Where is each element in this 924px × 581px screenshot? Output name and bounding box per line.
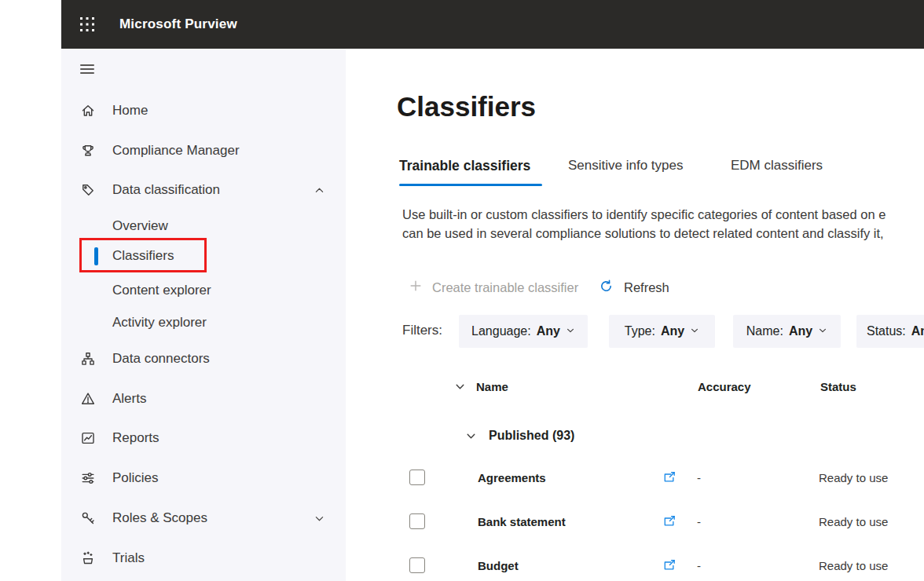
refresh-button[interactable]: Refresh [599,279,669,297]
sidebar-item-trials[interactable]: Trials [61,549,346,568]
top-bar: Microsoft Purview [61,0,924,49]
column-sort-chevron-icon[interactable] [454,381,466,393]
chevron-up-icon [314,185,325,196]
accuracy-cell: - [697,515,701,528]
left-nav: Home Compliance Manager Data classificat… [61,49,346,581]
sidebar-item-policies[interactable]: Policies [61,469,346,488]
row-checkbox[interactable] [409,513,425,529]
status-cell: Ready to use [819,471,888,484]
row-checkbox[interactable] [409,470,425,485]
column-header-status[interactable]: Status [820,380,856,393]
active-tab-underline [399,184,542,186]
accuracy-cell: - [697,559,701,572]
sidebar-item-overview[interactable]: Overview [61,217,346,236]
plus-icon [409,279,423,296]
key-icon [80,510,96,526]
sidebar-item-alerts[interactable]: Alerts [61,389,346,408]
selected-indicator [94,247,98,265]
chart-icon [80,430,96,446]
row-name[interactable]: Budget [478,559,519,572]
chevron-down-icon [314,513,325,524]
sidebar-item-content-explorer[interactable]: Content explorer [61,281,346,300]
open-in-new-window-icon[interactable] [662,559,676,571]
group-collapse-chevron-icon[interactable] [465,430,477,442]
create-trainable-classifier-button[interactable]: Create trainable classifier [409,279,578,296]
tab-trainable-classifiers[interactable]: Trainable classifiers [399,158,530,174]
sidebar-item-home[interactable]: Home [61,101,346,120]
description-line-1: Use built-in or custom classifiers to id… [402,207,924,222]
sidebar-item-data-classification[interactable]: Data classification [61,181,346,199]
gift-icon [80,550,96,566]
sidebar-item-roles-scopes[interactable]: Roles & Scopes [61,509,346,528]
app-launcher-icon[interactable] [79,16,96,33]
tag-icon [80,182,96,198]
filter-chip-language[interactable]: Language: Any [459,315,588,348]
connectors-icon [80,351,96,367]
filters-label: Filters: [402,323,442,338]
sliders-icon [80,470,96,486]
filter-chip-status[interactable]: Status: Any [856,315,924,348]
sidebar-item-reports[interactable]: Reports [61,429,346,448]
chevron-down-icon [818,324,827,338]
description-line-2: can be used in several compliance soluti… [402,226,924,241]
accuracy-cell: - [697,471,701,484]
sidebar-item-data-connectors[interactable]: Data connectors [61,349,346,368]
filter-chip-type[interactable]: Type: Any [609,315,715,348]
row-checkbox[interactable] [409,557,425,573]
home-icon [80,103,96,119]
screen: Microsoft Purview Home Compliance Man [0,0,924,581]
sidebar-item-classifiers[interactable]: Classifiers [61,247,346,265]
chevron-down-icon [566,324,575,338]
alert-triangle-icon [80,391,96,407]
row-name[interactable]: Bank statement [478,515,566,528]
app-title: Microsoft Purview [119,16,237,32]
column-header-accuracy[interactable]: Accuracy [698,380,751,393]
filter-chip-name[interactable]: Name: Any [733,315,841,348]
row-name[interactable]: Agreements [478,471,546,484]
refresh-icon [599,279,614,297]
sidebar-item-compliance-manager[interactable]: Compliance Manager [61,141,346,160]
open-in-new-window-icon[interactable] [662,515,676,527]
column-header-name[interactable]: Name [476,380,508,393]
trophy-icon [80,143,96,159]
tab-edm-classifiers[interactable]: EDM classifiers [731,158,823,174]
open-in-new-window-icon[interactable] [662,471,676,483]
tab-sensitive-info-types[interactable]: Sensitive info types [568,158,683,174]
sidebar-item-activity-explorer[interactable]: Activity explorer [61,313,346,332]
chevron-down-icon [690,324,699,338]
group-header-published[interactable]: Published (93) [489,429,574,443]
status-cell: Ready to use [819,559,888,572]
status-cell: Ready to use [819,515,888,528]
nav-collapse-icon[interactable] [80,64,94,75]
page-title: Classifiers [397,91,536,122]
